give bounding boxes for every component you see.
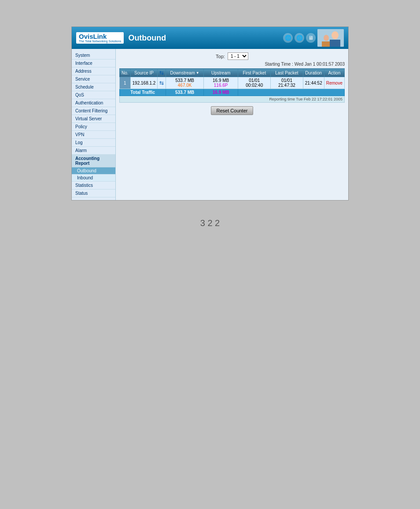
page-number: 3 2 2 — [200, 218, 220, 228]
cell-duration: 21:44:52 — [303, 77, 324, 89]
cell-no: 1 — [120, 77, 131, 89]
th-no: No. — [120, 69, 131, 77]
sidebar-item-authentication[interactable]: Authentication — [72, 99, 115, 107]
th-action: Action — [324, 69, 344, 77]
svg-rect-4 — [322, 41, 330, 47]
cell-reporting: Reporting time Tue Feb 22 17:22:01 2005 — [120, 96, 345, 103]
table-row-total: Total Traffic 533.7 MB 16.9 MB — [120, 89, 345, 96]
transfer-icon: ⇆ — [159, 80, 164, 86]
logo-box: OvisLink The Total Networking Solutions — [76, 32, 124, 44]
sidebar-item-content-filtering[interactable]: Content Filtering — [72, 107, 115, 115]
starting-time: Starting Time : Wed Jan 1 00:01:57 2003 — [119, 62, 345, 67]
header: OvisLink The Total Networking Solutions … — [72, 27, 348, 49]
th-downstream[interactable]: Downstream ▼ — [166, 69, 203, 77]
th-upstream: Upstream — [203, 69, 238, 77]
reset-counter-button[interactable]: Reset Counter — [211, 106, 254, 115]
header-left: OvisLink The Total Networking Solutions … — [76, 32, 166, 44]
sidebar-item-policy[interactable]: Policy — [72, 123, 115, 131]
main-content: Top: 1 - 1 Starting Time : Wed Jan 1 00:… — [116, 49, 348, 200]
sidebar-item-qos[interactable]: QoS — [72, 91, 115, 99]
sidebar-item-system[interactable]: System — [72, 52, 115, 59]
cell-last-packet: 01/01 21:47:32 — [271, 77, 303, 89]
sidebar-sub-item-inbound[interactable]: Inbound — [72, 175, 115, 182]
header-icons: 🌐 🌐 🖥 — [283, 29, 344, 47]
cell-downstream: 533.7 MB 467.0K — [166, 77, 203, 89]
traffic-table: No. Source IP ⇆ Downstream ▼ — [119, 68, 345, 103]
table-row-reporting: Reporting time Tue Feb 22 17:22:01 2005 — [120, 96, 345, 103]
logo-sub: The Total Networking Solutions — [79, 40, 121, 43]
cell-downstream-extra: 467.0K — [178, 83, 192, 88]
th-source-ip: Source IP — [130, 69, 158, 77]
sidebar-item-log[interactable]: Log — [72, 139, 115, 147]
top-label: Top: — [216, 54, 225, 59]
top-select[interactable]: 1 - 1 — [228, 52, 248, 60]
main-container: OvisLink The Total Networking Solutions … — [71, 26, 349, 201]
sidebar-item-service[interactable]: Service — [72, 75, 115, 83]
cell-first-packet: 01/01 00:02:40 — [238, 77, 271, 89]
cell-total-upstream: 16.9 MB — [203, 89, 238, 96]
th-last-packet: Last Packet — [271, 69, 303, 77]
cell-upstream: 16.9 MB 116.6P — [203, 77, 238, 89]
svg-point-3 — [324, 35, 329, 41]
globe-icon-1[interactable]: 🌐 — [283, 33, 293, 43]
sidebar: System Interface Address Service Schedul… — [72, 49, 116, 200]
sidebar-item-statistics[interactable]: Statistics — [72, 182, 115, 189]
sidebar-group-label: Accounting Report — [72, 155, 115, 167]
sidebar-item-vpn[interactable]: VPN — [72, 131, 115, 139]
table-row: 1 192.168.1.2 ⇆ 533.7 MB 467.0K 16.9 MB — [120, 77, 345, 89]
header-title: Outbound — [128, 33, 166, 43]
sidebar-item-alarm[interactable]: Alarm — [72, 147, 115, 155]
sidebar-item-virtual-server[interactable]: Virtual Server — [72, 115, 115, 123]
th-first-packet: First Packet — [238, 69, 271, 77]
top-bar: Top: 1 - 1 — [119, 52, 345, 60]
svg-point-1 — [332, 31, 339, 39]
sidebar-sub-item-outbound[interactable]: Outbound — [72, 167, 115, 175]
globe-icon-2[interactable]: 🌐 — [295, 33, 304, 43]
cell-icon: ⇆ — [158, 77, 166, 89]
sidebar-item-interface[interactable]: Interface — [72, 59, 115, 67]
cell-total-downstream: 533.7 MB — [166, 89, 203, 96]
cell-source-ip: 192.168.1.2 — [130, 77, 158, 89]
sidebar-item-status[interactable]: Status — [72, 189, 115, 197]
body-layout: System Interface Address Service Schedul… — [72, 49, 348, 200]
cell-total-empty — [238, 89, 345, 96]
cell-action[interactable]: Remove — [324, 77, 344, 89]
sort-arrow-icon: ▼ — [196, 71, 199, 75]
cell-total-label: Total Traffic — [120, 89, 166, 96]
sidebar-item-address[interactable]: Address — [72, 67, 115, 75]
cell-upstream-extra: 116.6P — [214, 83, 228, 88]
logo-text: OvisLink — [79, 33, 121, 40]
arrows-icon: ⇆ — [159, 70, 164, 76]
th-duration: Duration — [303, 69, 324, 77]
sidebar-item-schedule[interactable]: Schedule — [72, 83, 115, 91]
th-arrows: ⇆ — [158, 69, 166, 77]
monitor-icon[interactable]: 🖥 — [306, 33, 316, 43]
reset-btn-row: Reset Counter — [119, 106, 345, 115]
page-wrapper: OvisLink The Total Networking Solutions … — [0, 0, 420, 228]
header-photo — [317, 29, 344, 47]
svg-rect-2 — [330, 40, 340, 47]
